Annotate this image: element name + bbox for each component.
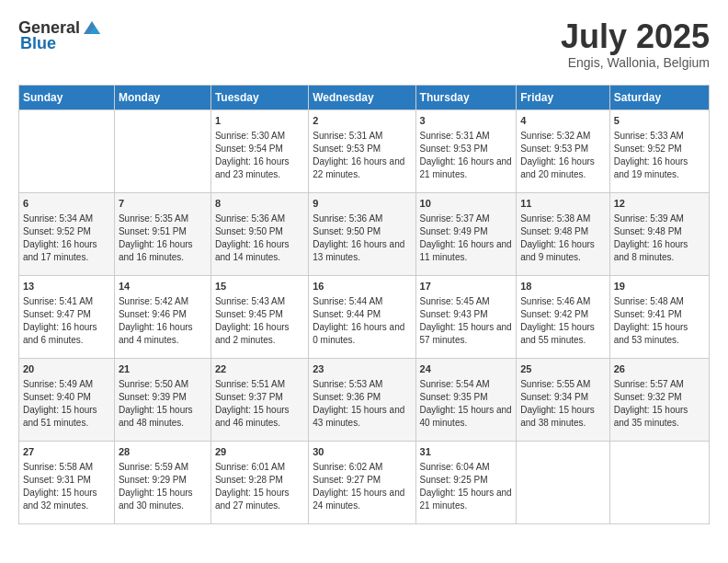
cell-content: Sunrise: 5:58 AM [23,461,110,474]
day-number: 13 [23,280,110,293]
cell-content: Sunrise: 5:37 AM [420,213,513,225]
cell-content: Sunset: 9:53 PM [313,143,411,155]
day-number: 16 [313,280,411,293]
cell-content: Sunrise: 5:46 AM [520,295,606,308]
calendar-cell: 2Sunrise: 5:31 AMSunset: 9:53 PMDaylight… [309,109,415,192]
logo-icon [82,17,102,38]
day-number: 27 [23,445,110,459]
cell-content: Daylight: 16 hours and 17 minutes. [23,238,110,264]
day-number: 8 [215,197,304,211]
cell-content: Sunset: 9:54 PM [215,143,304,155]
cell-content: Daylight: 16 hours and 22 minutes. [313,155,411,181]
column-header-tuesday: Tuesday [210,85,308,109]
cell-content: Sunrise: 5:34 AM [23,213,110,225]
calendar-header-row: SundayMondayTuesdayWednesdayThursdayFrid… [19,85,710,109]
calendar-cell: 31Sunrise: 6:04 AMSunset: 9:25 PMDayligh… [415,441,517,523]
cell-content: Daylight: 15 hours and 27 minutes. [215,487,304,512]
day-number: 6 [23,197,110,211]
day-number: 21 [119,362,207,376]
cell-content: Sunset: 9:48 PM [614,225,705,238]
day-number: 10 [420,197,513,211]
cell-content: Daylight: 16 hours and 13 minutes. [313,238,411,264]
calendar-cell: 28Sunrise: 5:59 AMSunset: 9:29 PMDayligh… [114,441,210,523]
cell-content: Sunset: 9:27 PM [313,474,411,487]
day-number: 22 [215,362,304,376]
calendar-cell: 16Sunrise: 5:44 AMSunset: 9:44 PMDayligh… [309,275,415,358]
cell-content: Sunset: 9:39 PM [119,391,207,404]
cell-content: Sunrise: 5:48 AM [614,295,705,308]
cell-content: Daylight: 16 hours and 23 minutes. [215,155,304,181]
day-number: 25 [520,362,606,376]
column-header-wednesday: Wednesday [309,85,415,109]
calendar-week-row: 13Sunrise: 5:41 AMSunset: 9:47 PMDayligh… [19,275,710,358]
cell-content: Sunset: 9:50 PM [313,225,411,238]
cell-content: Daylight: 15 hours and 30 minutes. [119,487,207,512]
cell-content: Daylight: 15 hours and 55 minutes. [520,321,606,347]
cell-content: Daylight: 15 hours and 32 minutes. [23,487,110,512]
cell-content: Daylight: 15 hours and 48 minutes. [119,404,207,430]
column-header-thursday: Thursday [415,85,517,109]
cell-content: Daylight: 15 hours and 35 minutes. [614,404,705,430]
cell-content: Sunset: 9:45 PM [215,308,304,321]
calendar-cell: 19Sunrise: 5:48 AMSunset: 9:41 PMDayligh… [609,275,709,358]
calendar-cell: 14Sunrise: 5:42 AMSunset: 9:46 PMDayligh… [114,275,210,358]
cell-content: Sunrise: 5:32 AM [520,130,606,143]
cell-content: Sunset: 9:37 PM [215,391,304,404]
logo-blue: Blue [20,34,56,53]
day-number: 20 [23,362,110,376]
cell-content: Daylight: 16 hours and 11 minutes. [420,238,513,264]
cell-content: Daylight: 16 hours and 16 minutes. [119,238,207,264]
cell-content: Sunset: 9:31 PM [23,474,110,487]
day-number: 18 [520,280,606,293]
day-number: 23 [313,362,411,376]
cell-content: Sunset: 9:53 PM [520,143,606,155]
cell-content: Sunrise: 6:02 AM [313,461,411,474]
column-header-sunday: Sunday [19,85,115,109]
cell-content: Sunset: 9:28 PM [215,474,304,487]
cell-content: Daylight: 15 hours and 53 minutes. [614,321,705,347]
calendar-cell [517,441,610,523]
cell-content: Daylight: 15 hours and 24 minutes. [313,487,411,512]
cell-content: Sunset: 9:32 PM [614,391,705,404]
cell-content: Daylight: 15 hours and 38 minutes. [520,404,606,430]
cell-content: Sunrise: 5:35 AM [119,213,207,225]
calendar-cell: 30Sunrise: 6:02 AMSunset: 9:27 PMDayligh… [309,441,415,523]
day-number: 11 [520,197,606,211]
calendar-cell: 12Sunrise: 5:39 AMSunset: 9:48 PMDayligh… [609,192,709,275]
cell-content: Daylight: 16 hours and 6 minutes. [23,321,110,347]
cell-content: Daylight: 15 hours and 43 minutes. [313,404,411,430]
title-block: July 2025 Engis, Wallonia, Belgium [561,18,710,70]
calendar-cell: 22Sunrise: 5:51 AMSunset: 9:37 PMDayligh… [210,358,308,441]
location-subtitle: Engis, Wallonia, Belgium [561,55,710,70]
cell-content: Sunset: 9:43 PM [420,308,513,321]
day-number: 29 [215,445,304,459]
cell-content: Daylight: 16 hours and 21 minutes. [420,155,513,181]
cell-content: Daylight: 15 hours and 46 minutes. [215,404,304,430]
calendar-cell: 13Sunrise: 5:41 AMSunset: 9:47 PMDayligh… [19,275,115,358]
calendar-cell: 23Sunrise: 5:53 AMSunset: 9:36 PMDayligh… [309,358,415,441]
logo: General Blue [18,18,102,53]
day-number: 30 [313,445,411,459]
cell-content: Sunset: 9:48 PM [520,225,606,238]
calendar-week-row: 20Sunrise: 5:49 AMSunset: 9:40 PMDayligh… [19,358,710,441]
column-header-monday: Monday [114,85,210,109]
cell-content: Sunset: 9:40 PM [23,391,110,404]
day-number: 5 [614,114,705,128]
calendar-cell: 29Sunrise: 6:01 AMSunset: 9:28 PMDayligh… [210,441,308,523]
calendar-cell: 11Sunrise: 5:38 AMSunset: 9:48 PMDayligh… [517,192,610,275]
calendar-cell: 10Sunrise: 5:37 AMSunset: 9:49 PMDayligh… [415,192,517,275]
cell-content: Sunset: 9:35 PM [420,391,513,404]
cell-content: Sunset: 9:34 PM [520,391,606,404]
day-number: 7 [119,197,207,211]
cell-content: Daylight: 16 hours and 2 minutes. [215,321,304,347]
calendar-cell: 17Sunrise: 5:45 AMSunset: 9:43 PMDayligh… [415,275,517,358]
cell-content: Sunrise: 5:43 AM [215,295,304,308]
calendar-cell: 20Sunrise: 5:49 AMSunset: 9:40 PMDayligh… [19,358,115,441]
cell-content: Sunrise: 5:36 AM [215,213,304,225]
calendar-cell: 5Sunrise: 5:33 AMSunset: 9:52 PMDaylight… [609,109,709,192]
cell-content: Sunrise: 5:42 AM [119,295,207,308]
cell-content: Daylight: 16 hours and 20 minutes. [520,155,606,181]
calendar-cell: 3Sunrise: 5:31 AMSunset: 9:53 PMDaylight… [415,109,517,192]
day-number: 26 [614,362,705,376]
day-number: 12 [614,197,705,211]
